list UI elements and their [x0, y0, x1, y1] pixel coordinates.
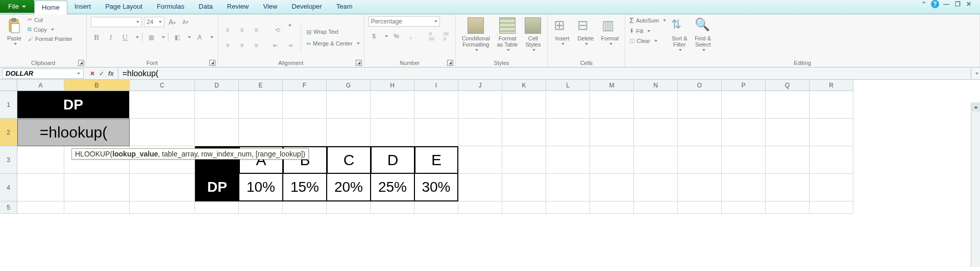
cell-D5[interactable]: [195, 201, 239, 214]
fill-button[interactable]: ⬇Fill: [629, 28, 666, 34]
cell-I4[interactable]: 30%: [414, 174, 458, 201]
cell-E4[interactable]: 10%: [239, 174, 283, 201]
fill-color-button[interactable]: ◧: [172, 32, 183, 43]
cell-P3[interactable]: [722, 146, 766, 174]
cell-M5[interactable]: [590, 201, 634, 214]
minimize-icon[interactable]: —: [942, 0, 950, 8]
cell-L2[interactable]: [546, 119, 590, 146]
comma-format-button[interactable]: ,: [405, 31, 416, 42]
font-dialog-launcher[interactable]: ◢: [209, 60, 215, 66]
percent-format-button[interactable]: %: [391, 31, 402, 42]
col-header-N[interactable]: N: [634, 80, 678, 91]
cell-O4[interactable]: [678, 174, 722, 201]
cell-D1[interactable]: [195, 91, 239, 119]
col-header-B[interactable]: B: [64, 80, 130, 91]
cell-B4[interactable]: [64, 174, 130, 201]
cell-O1[interactable]: [678, 91, 722, 119]
cell-J2[interactable]: [458, 119, 502, 146]
col-header-A[interactable]: A: [17, 80, 64, 91]
clear-button[interactable]: ◫Clear: [629, 37, 666, 44]
tab-team[interactable]: Team: [329, 0, 360, 13]
tab-developer[interactable]: Developer: [284, 0, 329, 13]
cell-Q5[interactable]: [766, 201, 810, 214]
cell-N3[interactable]: [634, 146, 678, 174]
col-header-C[interactable]: C: [130, 80, 195, 91]
vertical-scrollbar[interactable]: [971, 102, 980, 267]
col-header-H[interactable]: H: [371, 80, 414, 91]
close-icon[interactable]: ✕: [965, 0, 973, 8]
cell-L4[interactable]: [546, 174, 590, 201]
cell-A4[interactable]: [17, 174, 64, 201]
tab-review[interactable]: Review: [220, 0, 256, 13]
tab-data[interactable]: Data: [191, 0, 219, 13]
copy-button[interactable]: ⧉Copy: [28, 26, 72, 33]
cell-P5[interactable]: [722, 201, 766, 214]
increase-font-icon[interactable]: A▴: [166, 16, 178, 28]
cell-E1[interactable]: [239, 91, 283, 119]
cell-J3[interactable]: [458, 146, 502, 174]
cell-I5[interactable]: [414, 201, 458, 214]
cell-B5[interactable]: [64, 201, 130, 214]
col-header-P[interactable]: P: [722, 80, 766, 91]
scroll-up-icon[interactable]: [971, 102, 980, 111]
cell-F1[interactable]: [283, 91, 327, 119]
name-box[interactable]: DOLLAR: [2, 69, 84, 79]
cell-D2[interactable]: [195, 119, 239, 146]
align-left-icon[interactable]: ≡: [222, 40, 233, 51]
cell-D4[interactable]: DP: [195, 174, 239, 201]
cell-Q1[interactable]: [766, 91, 810, 119]
align-middle-icon[interactable]: ≡: [236, 25, 248, 36]
cell-R3[interactable]: [810, 146, 853, 174]
format-painter-button[interactable]: 🖌Format Painter: [28, 36, 72, 42]
col-header-K[interactable]: K: [502, 80, 546, 91]
format-cells-button[interactable]: ▥Format: [599, 16, 621, 46]
col-header-Q[interactable]: Q: [766, 80, 810, 91]
decrease-indent-icon[interactable]: ⇤: [270, 40, 281, 51]
wrap-text-button[interactable]: ▤Wrap Text: [306, 29, 360, 35]
orientation-icon[interactable]: ⟲: [272, 25, 283, 36]
cell-K5[interactable]: [502, 201, 546, 214]
enter-formula-icon[interactable]: ✓: [99, 70, 104, 77]
col-header-O[interactable]: O: [678, 80, 722, 91]
tab-formulas[interactable]: Formulas: [150, 0, 191, 13]
cell-A1-B1[interactable]: DP: [17, 91, 130, 119]
col-header-F[interactable]: F: [283, 80, 327, 91]
row-header-1[interactable]: 1: [0, 91, 17, 119]
cell-M2[interactable]: [590, 119, 634, 146]
cell-N1[interactable]: [634, 91, 678, 119]
cell-I2[interactable]: [414, 119, 458, 146]
cell-I3[interactable]: E: [414, 146, 458, 174]
font-size-select[interactable]: 24: [144, 17, 164, 27]
select-all-corner[interactable]: [0, 80, 17, 91]
cell-F5[interactable]: [283, 201, 327, 214]
help-icon[interactable]: ?: [931, 0, 939, 8]
cell-O2[interactable]: [678, 119, 722, 146]
align-bottom-icon[interactable]: ≡: [251, 25, 262, 36]
cell-H3[interactable]: D: [371, 146, 414, 174]
cell-N2[interactable]: [634, 119, 678, 146]
cell-R2[interactable]: [810, 119, 853, 146]
bold-button[interactable]: B: [91, 32, 102, 43]
accounting-format-button[interactable]: $: [369, 31, 380, 42]
cell-M3[interactable]: [590, 146, 634, 174]
cell-M4[interactable]: [590, 174, 634, 201]
restore-icon[interactable]: ❐: [953, 0, 962, 8]
number-dialog-launcher[interactable]: ◢: [447, 60, 453, 66]
cell-C5[interactable]: [130, 201, 195, 214]
clipboard-dialog-launcher[interactable]: ◢: [78, 60, 84, 66]
italic-button[interactable]: I: [105, 32, 116, 43]
cell-R1[interactable]: [810, 91, 853, 119]
cell-C1[interactable]: [130, 91, 195, 119]
increase-indent-icon[interactable]: ⇥: [284, 40, 296, 51]
align-top-icon[interactable]: ≡: [222, 25, 233, 36]
autosum-button[interactable]: ΣAutoSum: [629, 16, 666, 25]
col-header-J[interactable]: J: [458, 80, 502, 91]
cell-H1[interactable]: [371, 91, 414, 119]
col-header-E[interactable]: E: [239, 80, 283, 91]
row-header-3[interactable]: 3: [0, 146, 17, 174]
cell-F2[interactable]: [283, 119, 327, 146]
minimize-ribbon-icon[interactable]: ⌃: [920, 0, 928, 8]
borders-button[interactable]: ▦: [145, 32, 157, 43]
file-tab[interactable]: File: [0, 0, 34, 13]
row-header-4[interactable]: 4: [0, 174, 17, 201]
